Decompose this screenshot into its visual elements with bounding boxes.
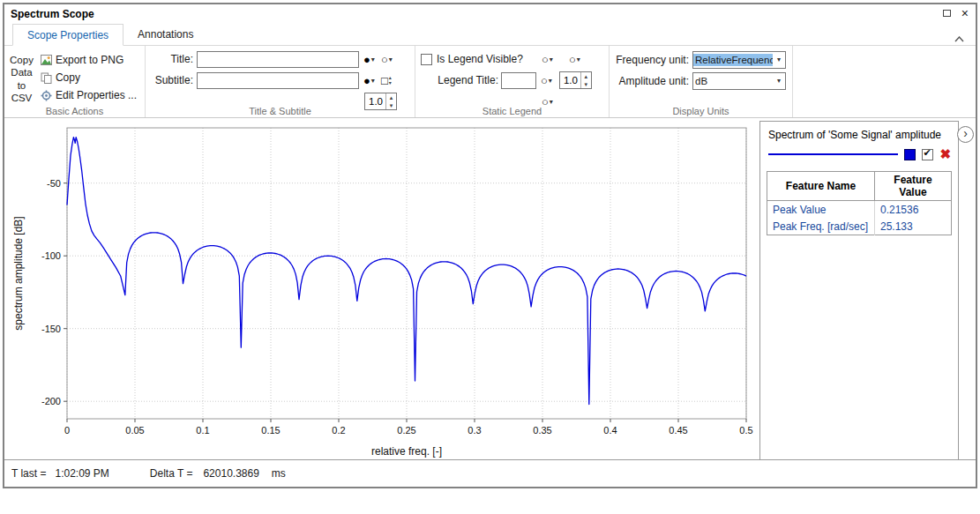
spinner-down-icon[interactable]: ▾ [581,80,591,88]
copy-button[interactable]: Copy [38,70,139,86]
svg-text:0: 0 [64,425,70,436]
chevron-down-icon: ▾ [550,98,553,106]
circle-outline-icon: ○ [541,75,548,86]
close-window-button[interactable]: × [961,8,969,19]
chevron-down-icon: ▾ [577,56,580,63]
subtitle-label: Subtitle: [151,74,193,86]
chevron-up-icon [954,36,964,42]
series-color-swatch[interactable] [904,149,916,160]
frequency-unit-label: Frequency unit: [615,54,689,66]
svg-text:0.1: 0.1 [196,425,209,436]
copy-csv-label-line1: Copy Data [10,55,34,78]
svg-text:-100: -100 [41,250,61,261]
status-bar: T last = 1:02:09 PM Delta T = 62010.3869… [4,459,976,487]
group-label-title-subtitle: Title & Subtitle [146,106,415,116]
legend-font-size-input[interactable] [560,72,580,88]
legend-marker-dropdown-2[interactable]: ○ ▾ [567,50,582,68]
tab-scope-properties[interactable]: Scope Properties [12,24,123,46]
circle-outline-icon: ○ [381,54,388,65]
chevron-down-icon: ▾ [371,77,375,85]
black-circle-icon: ● [363,75,370,86]
t-last-value: 1:02:09 PM [55,467,108,480]
circle-outline-icon: ○ [542,54,549,65]
chevron-down-icon: ▾ [371,56,375,63]
chevron-down-icon: ▾ [549,77,552,85]
feature-name-cell: Peak Freq. [rad/sec] [767,218,875,235]
series-panel: Spectrum of 'Some Signal' amplitude ✔ ✖ … [759,121,959,466]
spinner-down-icon[interactable]: ▾ [389,80,392,86]
svg-text:0.05: 0.05 [125,425,144,436]
collapse-panel-button[interactable]: › [957,126,974,143]
is-legend-visible-checkbox[interactable] [421,54,432,65]
svg-text:relative freq. [-]: relative freq. [-] [371,445,442,458]
delta-t-value: 62010.3869 [203,467,258,480]
title-color-dropdown[interactable]: ● ▾ [362,50,377,68]
spinner-up-icon[interactable]: ▴ [386,93,396,101]
feature-name-cell: Peak Value [767,201,875,219]
amplitude-unit-value: dB [693,75,773,87]
is-legend-visible-label: Is Legend Visible? [437,53,523,65]
edit-properties-label: Edit Properties ... [56,89,137,101]
svg-text:0.15: 0.15 [261,425,280,436]
delete-series-button[interactable]: ✖ [939,148,951,160]
series-line-sample [768,153,898,155]
chevron-down-icon[interactable]: ▾ [773,56,785,63]
legend-title-input[interactable] [501,72,536,89]
subtitle-input[interactable] [197,72,359,89]
svg-text:0.3: 0.3 [468,425,481,436]
legend-marker-dropdown-3[interactable]: ○ ▾ [539,71,554,89]
spinner-up-icon[interactable]: ▴ [581,72,591,80]
feature-value-header: Feature Value [875,172,952,201]
amplitude-unit-combobox[interactable]: dB ▾ [692,72,786,90]
tab-annotations[interactable]: Annotations [123,24,207,45]
title-input[interactable] [197,51,359,68]
export-to-png-button[interactable]: Export to PNG [38,52,139,68]
svg-text:0.35: 0.35 [533,425,551,436]
series-visible-checkbox[interactable]: ✔ [922,149,933,160]
group-basic-actions: CSV Copy Data to CSV Export to PNG [4,46,146,117]
title-label: Title: [151,53,193,65]
frequency-unit-combobox[interactable]: RelativeFrequency ▾ [692,51,786,69]
edit-properties-button[interactable]: Edit Properties ... [38,87,139,103]
svg-text:0.45: 0.45 [669,425,687,436]
chevron-down-icon: ▾ [389,56,393,63]
legend-title-label: Legend Title: [421,74,498,86]
check-icon: ✔ [923,147,931,159]
subtitle-shape-stepper[interactable]: □ ▴ ▾ [379,71,393,89]
legend-marker-dropdown-1[interactable]: ○ ▾ [540,50,555,68]
svg-text:0.25: 0.25 [397,425,415,436]
series-row: ✔ ✖ [760,146,958,164]
legend-font-size-spinner[interactable]: ▴ ▾ [559,71,592,89]
restore-window-button[interactable] [943,10,951,17]
series-panel-title: Spectrum of 'Some Signal' amplitude [760,122,958,146]
chevron-down-icon[interactable]: ▾ [773,77,785,85]
group-static-legend: Is Legend Visible? ○ ▾ ○ ▾ Legend Title:… [415,46,610,117]
svg-text:0.5: 0.5 [739,425,752,436]
image-icon [41,55,52,65]
svg-text:0.2: 0.2 [332,425,345,436]
gear-icon [41,90,52,101]
frequency-unit-value: RelativeFrequency [693,54,773,66]
svg-text:spectrum amplitude [dB]: spectrum amplitude [dB] [12,216,25,330]
group-label-basic-actions: Basic Actions [4,106,145,116]
group-title-subtitle: Title: ● ▾ ○ ▾ Subtitle: ● ▾ [146,46,415,117]
delta-t-label: Delta T = [150,467,193,480]
feature-table: Feature Name Feature Value Peak Value 0.… [767,171,952,235]
copy-label: Copy [56,71,80,84]
collapse-ribbon-button[interactable] [951,33,967,45]
svg-text:-50: -50 [47,178,61,189]
table-row: Peak Freq. [rad/sec] 25.133 [767,218,952,235]
t-last-label: T last = [11,467,46,480]
svg-text:-150: -150 [41,324,61,334]
title-shape-dropdown[interactable]: ○ ▾ [379,50,394,68]
svg-text:0.4: 0.4 [603,425,617,436]
subtitle-color-dropdown[interactable]: ● ▾ [362,71,377,89]
circle-outline-icon: ○ [569,54,576,65]
group-label-display-units: Display Units [610,106,792,116]
group-display-units: Frequency unit: RelativeFrequency ▾ Ampl… [610,46,793,117]
copy-data-to-csv-button[interactable]: CSV Copy Data to CSV [10,49,34,104]
square-outline-icon: □ [381,75,388,86]
app-window: Spectrum Scope × Scope Properties Annota… [3,3,977,488]
feature-name-header: Feature Name [767,172,875,201]
export-to-png-label: Export to PNG [56,54,123,66]
